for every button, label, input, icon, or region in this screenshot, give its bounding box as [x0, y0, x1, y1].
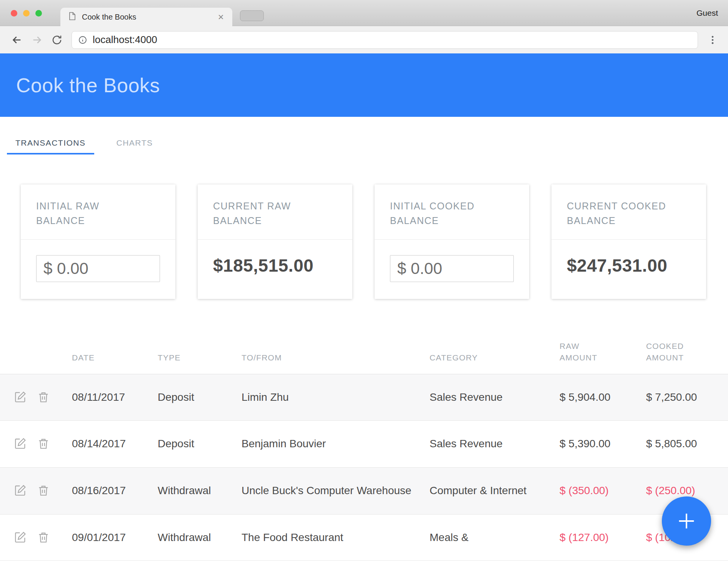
card-initial-raw-balance: INITIAL RAW BALANCE — [21, 184, 175, 299]
cell-raw-amount: $ (350.00) — [560, 468, 646, 514]
tab-charts[interactable]: CHARTS — [108, 138, 162, 154]
trash-icon[interactable] — [37, 390, 50, 403]
back-arrow-icon — [11, 34, 23, 46]
column-header-category: CATEGORY — [430, 352, 560, 363]
cell-raw-amount: $ 5,390.00 — [560, 421, 646, 467]
table-row: 08/16/2017 Withdrawal Uncle Buck's Compu… — [0, 468, 728, 515]
cell-raw-amount: $ (127.00) — [560, 515, 646, 561]
table-row: 08/14/2017 Deposit Benjamin Bouvier Sale… — [0, 421, 728, 468]
transactions-table: DATE TYPE TO/FROM CATEGORY RAW AMOUNT CO… — [0, 340, 728, 561]
edit-icon[interactable] — [14, 437, 27, 450]
balance-cards: INITIAL RAW BALANCE CURRENT RAW BALANCE … — [21, 184, 707, 299]
plus-icon — [675, 510, 698, 532]
cell-category: Computer & Internet — [430, 468, 560, 514]
column-header-raw-amount: RAW AMOUNT — [560, 340, 646, 364]
edit-icon[interactable] — [14, 484, 27, 497]
card-title: INITIAL RAW BALANCE — [36, 199, 136, 228]
window-close-button[interactable] — [11, 10, 17, 17]
new-tab-button[interactable] — [240, 10, 264, 21]
back-button[interactable] — [7, 30, 27, 50]
cell-type: Deposit — [158, 421, 242, 467]
browser-tab[interactable]: Cook the Books × — [60, 8, 232, 26]
forward-arrow-icon — [31, 34, 43, 46]
window-minimize-button[interactable] — [23, 10, 30, 17]
page-favicon-icon — [67, 12, 77, 22]
card-title: CURRENT RAW BALANCE — [213, 199, 313, 228]
cell-tofrom: Limin Zhu — [242, 374, 430, 421]
column-header-type: TYPE — [158, 352, 242, 363]
cell-category: Meals & — [430, 515, 560, 561]
app-tabs: TRANSACTIONS CHARTS — [0, 117, 728, 154]
app-header: Cook the Books — [0, 53, 728, 117]
tab-title: Cook the Books — [82, 13, 217, 22]
page-info-icon[interactable] — [78, 35, 87, 45]
url-text[interactable]: localhost:4000 — [93, 34, 157, 46]
cell-category: Sales Revenue — [430, 374, 560, 421]
reload-icon — [51, 34, 63, 46]
browser-menu-button[interactable] — [704, 35, 721, 45]
cell-raw-amount: $ 5,904.00 — [560, 374, 646, 421]
initial-cooked-balance-input[interactable] — [390, 255, 514, 282]
card-title: CURRENT COOKED BALANCE — [567, 199, 667, 228]
initial-raw-balance-input[interactable] — [36, 255, 160, 282]
column-header-cooked-amount: COOKED AMOUNT — [646, 340, 728, 364]
cell-type: Withdrawal — [158, 468, 242, 514]
cell-cooked-amount: $ 7,250.00 — [646, 374, 728, 421]
cell-category: Sales Revenue — [430, 421, 560, 467]
browser-chrome: Cook the Books × Guest localhost:4000 — [0, 0, 728, 53]
column-header-date: DATE — [72, 352, 158, 363]
edit-icon[interactable] — [14, 390, 27, 403]
browser-address-bar: localhost:4000 — [0, 26, 728, 53]
current-raw-balance-value: $185,515.00 — [213, 255, 337, 276]
trash-icon[interactable] — [37, 437, 50, 450]
cell-tofrom: The Food Restaurant — [242, 515, 430, 561]
cell-cooked-amount: $ 5,805.00 — [646, 421, 728, 467]
card-current-cooked-balance: CURRENT COOKED BALANCE $247,531.00 — [551, 184, 706, 299]
page-title: Cook the Books — [16, 74, 160, 97]
window-controls — [11, 10, 42, 17]
trash-icon[interactable] — [37, 484, 50, 497]
window-zoom-button[interactable] — [35, 10, 42, 17]
cell-date: 09/01/2017 — [72, 515, 158, 561]
reload-button[interactable] — [47, 30, 67, 50]
table-row: 08/11/2017 Deposit Limin Zhu Sales Reven… — [0, 374, 728, 421]
column-header-tofrom: TO/FROM — [242, 352, 430, 363]
table-row: 09/01/2017 Withdrawal The Food Restauran… — [0, 515, 728, 561]
url-bar[interactable]: localhost:4000 — [72, 31, 698, 49]
cell-date: 08/11/2017 — [72, 374, 158, 421]
card-title: INITIAL COOKED BALANCE — [390, 199, 490, 228]
edit-icon[interactable] — [14, 531, 27, 544]
add-transaction-button[interactable] — [662, 496, 711, 546]
current-cooked-balance-value: $247,531.00 — [567, 255, 691, 276]
card-initial-cooked-balance: INITIAL COOKED BALANCE — [375, 184, 529, 299]
kebab-menu-icon — [707, 35, 718, 45]
card-current-raw-balance: CURRENT RAW BALANCE $185,515.00 — [198, 184, 352, 299]
trash-icon[interactable] — [37, 531, 50, 544]
browser-tab-strip: Cook the Books × Guest — [0, 0, 728, 26]
cell-tofrom: Uncle Buck's Computer Warehouse — [242, 468, 430, 514]
cell-type: Withdrawal — [158, 515, 242, 561]
tab-transactions[interactable]: TRANSACTIONS — [7, 138, 94, 154]
tab-close-icon[interactable]: × — [217, 12, 225, 22]
cell-date: 08/14/2017 — [72, 421, 158, 467]
cell-tofrom: Benjamin Bouvier — [242, 421, 430, 467]
table-header: DATE TYPE TO/FROM CATEGORY RAW AMOUNT CO… — [0, 340, 728, 374]
cell-date: 08/16/2017 — [72, 468, 158, 514]
cell-type: Deposit — [158, 374, 242, 421]
forward-button[interactable] — [27, 30, 47, 50]
profile-label: Guest — [696, 8, 718, 18]
